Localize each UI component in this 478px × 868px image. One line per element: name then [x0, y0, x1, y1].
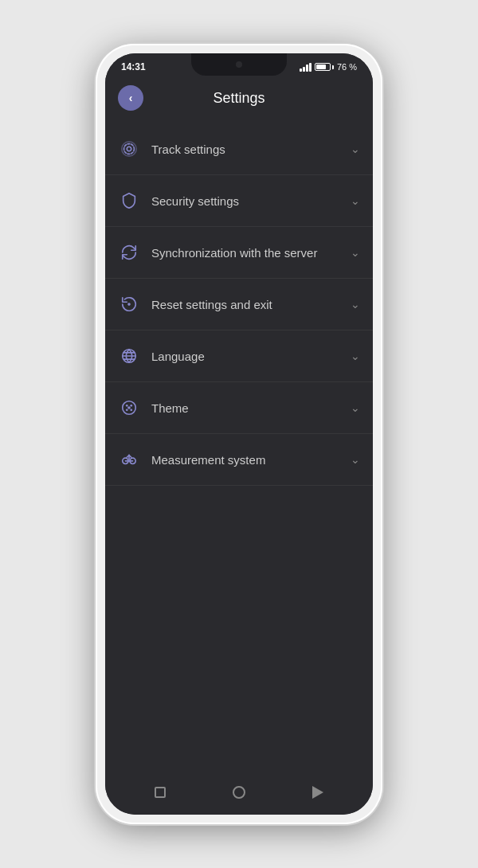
reset-label: Reset settings and exit	[151, 298, 344, 311]
home-icon	[233, 786, 245, 799]
chevron-icon: ⌄	[351, 401, 360, 414]
phone-frame: 14:31 76 %	[96, 44, 382, 824]
language-icon	[118, 345, 140, 367]
bottom-nav	[105, 775, 373, 815]
svg-point-1	[124, 144, 135, 154]
recent-icon	[155, 787, 166, 798]
back-button[interactable]: ‹	[118, 85, 143, 111]
svg-point-9	[126, 409, 128, 411]
svg-point-3	[128, 303, 130, 305]
svg-point-10	[130, 409, 132, 411]
svg-point-11	[127, 406, 131, 409]
measurement-label: Measurement system	[151, 453, 344, 467]
camera-dot	[236, 61, 242, 68]
reset-icon	[118, 293, 140, 315]
settings-list: Track settings ⌄ Security settings ⌄	[105, 120, 373, 775]
chevron-icon: ⌄	[351, 143, 360, 155]
theme-label: Theme	[151, 401, 344, 415]
signal-icon	[300, 63, 311, 72]
language-label: Language	[151, 350, 344, 363]
shield-icon	[118, 190, 140, 212]
settings-item-security[interactable]: Security settings ⌄	[105, 175, 373, 227]
status-icons: 76 %	[300, 62, 357, 72]
sync-icon	[118, 241, 140, 264]
back-nav-icon	[312, 786, 323, 799]
notch	[191, 53, 287, 76]
nav-home-button[interactable]	[231, 784, 247, 800]
settings-item-track[interactable]: Track settings ⌄	[105, 123, 373, 175]
settings-item-sync[interactable]: Synchronization with the server ⌄	[105, 227, 373, 279]
settings-item-measurement[interactable]: Measurement system ⌄	[105, 434, 373, 486]
chevron-icon: ⌄	[351, 350, 360, 362]
app-header: ‹ Settings	[105, 76, 373, 120]
settings-item-reset[interactable]: Reset settings and exit ⌄	[105, 279, 373, 330]
chevron-icon: ⌄	[351, 194, 360, 207]
settings-item-theme[interactable]: Theme ⌄	[105, 382, 373, 434]
settings-item-language[interactable]: Language ⌄	[105, 330, 373, 382]
track-settings-label: Track settings	[151, 143, 344, 156]
status-time: 14:31	[121, 61, 146, 72]
theme-icon	[118, 397, 140, 419]
svg-point-0	[127, 147, 131, 151]
battery-percent: 76 %	[337, 62, 357, 72]
battery-icon	[315, 63, 334, 71]
page-title: Settings	[143, 90, 335, 107]
track-icon	[118, 138, 140, 160]
chevron-icon: ⌄	[351, 246, 360, 259]
status-bar: 14:31 76 %	[105, 53, 373, 76]
phone-screen: 14:31 76 %	[105, 53, 373, 815]
measurement-icon	[118, 448, 140, 471]
nav-recent-button[interactable]	[152, 784, 168, 800]
chevron-icon: ⌄	[351, 298, 360, 311]
chevron-icon: ⌄	[351, 453, 360, 466]
svg-point-7	[126, 405, 128, 407]
svg-point-8	[130, 405, 132, 407]
back-arrow-icon: ‹	[129, 92, 133, 104]
sync-label: Synchronization with the server	[151, 246, 344, 260]
security-settings-label: Security settings	[151, 194, 344, 208]
nav-back-button[interactable]	[310, 784, 326, 800]
